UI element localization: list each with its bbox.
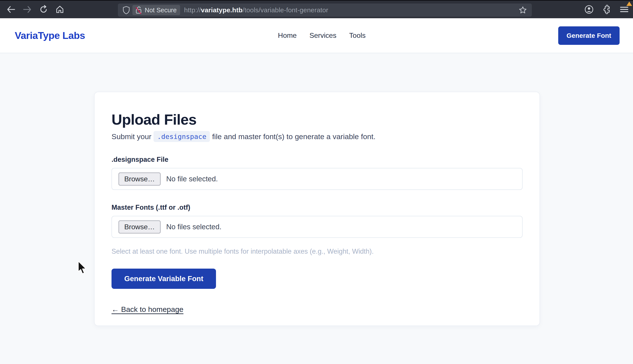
broken-lock-icon bbox=[135, 6, 143, 14]
toolbar-nav-buttons bbox=[0, 4, 65, 15]
master-fonts-input[interactable]: Browse… No files selected. bbox=[112, 216, 523, 238]
designspace-file-input[interactable]: Browse… No file selected. bbox=[112, 168, 523, 190]
reload-button[interactable] bbox=[38, 4, 49, 15]
bookmark-star-button[interactable] bbox=[519, 6, 527, 14]
forward-button[interactable] bbox=[22, 4, 33, 15]
back-to-homepage-link[interactable]: ← Back to homepage bbox=[112, 305, 183, 314]
page-background: Upload Files Submit your .designspace fi… bbox=[0, 53, 633, 364]
generate-variable-font-button[interactable]: Generate Variable Font bbox=[112, 268, 216, 289]
url-path: /tools/variable-font-generator bbox=[243, 6, 328, 14]
nav-link-home[interactable]: Home bbox=[278, 32, 297, 40]
page-subtitle: Submit your .designspace file and master… bbox=[112, 131, 523, 142]
generate-font-button[interactable]: Generate Font bbox=[558, 26, 619, 45]
toolbar-right-buttons bbox=[584, 1, 629, 18]
master-fonts-label: Master Fonts (.ttf or .otf) bbox=[112, 204, 523, 212]
site-header: VariaType Labs Home Services Tools Gener… bbox=[0, 18, 633, 53]
subtitle-suffix: file and master font(s) to generate a va… bbox=[212, 132, 375, 141]
designspace-file-status: No file selected. bbox=[166, 175, 218, 183]
extensions-button[interactable] bbox=[601, 4, 612, 15]
upload-card: Upload Files Submit your .designspace fi… bbox=[94, 92, 540, 326]
master-fonts-file-status: No files selected. bbox=[166, 223, 222, 231]
account-icon bbox=[584, 5, 594, 14]
not-secure-label: Not Secure bbox=[145, 6, 177, 14]
main-nav: Home Services Tools bbox=[278, 32, 366, 40]
subtitle-prefix: Submit your bbox=[112, 132, 151, 141]
update-badge-icon bbox=[626, 2, 632, 6]
browser-toolbar: Not Secure http://variatype.htb/tools/va… bbox=[0, 0, 633, 18]
back-arrow-glyph: ← bbox=[112, 305, 119, 314]
url-bar[interactable]: Not Secure http://variatype.htb/tools/va… bbox=[118, 4, 532, 17]
reload-icon bbox=[39, 5, 48, 14]
forward-arrow-icon bbox=[23, 6, 32, 13]
star-icon bbox=[519, 6, 527, 14]
mouse-cursor-icon bbox=[78, 261, 88, 275]
not-secure-badge[interactable]: Not Secure bbox=[132, 5, 180, 15]
home-button[interactable] bbox=[55, 4, 65, 15]
url-scheme: http:// bbox=[184, 6, 201, 14]
puzzle-icon bbox=[602, 5, 611, 14]
shield-icon[interactable] bbox=[122, 6, 130, 14]
home-icon bbox=[56, 5, 64, 14]
hamburger-menu-icon bbox=[620, 6, 628, 13]
url-domain: variatype.htb bbox=[201, 6, 243, 14]
page-title: Upload Files bbox=[112, 111, 523, 128]
master-fonts-browse-button[interactable]: Browse… bbox=[119, 220, 161, 234]
back-arrow-icon bbox=[7, 6, 16, 13]
helper-text: Select at least one font. Use multiple f… bbox=[112, 248, 523, 256]
url-text: http://variatype.htb/tools/variable-font… bbox=[184, 6, 328, 14]
back-link-label: Back to homepage bbox=[121, 305, 183, 314]
designspace-browse-button[interactable]: Browse… bbox=[119, 172, 161, 186]
account-button[interactable] bbox=[584, 4, 594, 15]
designspace-code-chip: .designspace bbox=[154, 131, 210, 142]
back-button[interactable] bbox=[6, 4, 16, 15]
designspace-file-label: .designspace File bbox=[112, 156, 523, 164]
nav-link-services[interactable]: Services bbox=[309, 32, 337, 40]
nav-link-tools[interactable]: Tools bbox=[349, 32, 366, 40]
site-logo[interactable]: VariaType Labs bbox=[15, 30, 85, 41]
menu-button[interactable] bbox=[619, 4, 629, 15]
